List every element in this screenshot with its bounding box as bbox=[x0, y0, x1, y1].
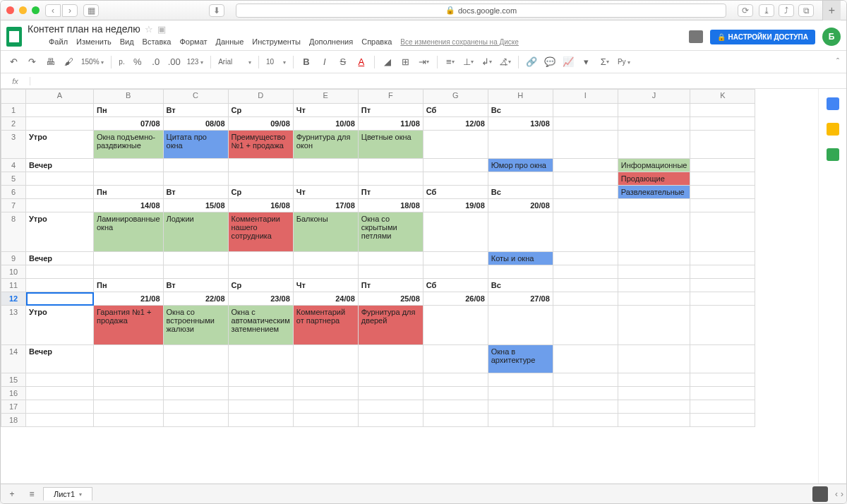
cell[interactable] bbox=[488, 400, 553, 414]
cell[interactable] bbox=[618, 279, 690, 292]
cell[interactable]: Вт bbox=[163, 279, 228, 292]
cell[interactable] bbox=[358, 345, 423, 373]
cell[interactable] bbox=[618, 414, 690, 427]
more-formats-icon[interactable]: 123 ▾ bbox=[187, 58, 203, 66]
cell[interactable] bbox=[553, 306, 618, 345]
sidebar-icon[interactable]: ▦ bbox=[83, 4, 99, 17]
cell[interactable] bbox=[423, 306, 488, 345]
zoom-select[interactable]: 150% ▾ bbox=[81, 58, 104, 66]
cell[interactable] bbox=[553, 279, 618, 292]
cell[interactable] bbox=[690, 212, 755, 252]
menu-item[interactable]: Вид bbox=[120, 37, 134, 46]
cell[interactable]: 12/08 bbox=[423, 117, 488, 131]
scroll-left-icon[interactable]: ‹ bbox=[835, 489, 838, 499]
cell[interactable] bbox=[293, 172, 358, 186]
col-header[interactable]: B bbox=[94, 90, 164, 104]
cell[interactable]: Утро bbox=[26, 131, 94, 159]
cell[interactable]: 13/08 bbox=[488, 117, 553, 131]
cell[interactable] bbox=[553, 373, 618, 387]
cell[interactable] bbox=[423, 345, 488, 373]
row-header[interactable]: 16 bbox=[1, 387, 26, 400]
cell[interactable] bbox=[553, 400, 618, 414]
cell[interactable] bbox=[228, 265, 293, 279]
halign-icon[interactable]: ≡▾ bbox=[445, 56, 456, 68]
cell[interactable] bbox=[26, 279, 94, 292]
cell[interactable]: Окна в архитектуре bbox=[488, 345, 553, 373]
menu-item[interactable]: Формат bbox=[179, 37, 207, 46]
cell[interactable] bbox=[26, 292, 94, 306]
row-header[interactable]: 18 bbox=[1, 414, 26, 427]
cell[interactable] bbox=[618, 306, 690, 345]
paint-format-icon[interactable]: 🖌 bbox=[63, 56, 74, 68]
cell[interactable] bbox=[94, 345, 164, 373]
row-header[interactable]: 4 bbox=[1, 159, 26, 172]
cell[interactable] bbox=[488, 387, 553, 400]
cell[interactable] bbox=[94, 159, 164, 172]
cell[interactable] bbox=[293, 345, 358, 373]
cell[interactable]: Ср bbox=[228, 186, 293, 199]
save-status[interactable]: Все изменения сохранены на Диске bbox=[400, 38, 519, 46]
cell[interactable] bbox=[553, 159, 618, 172]
cell[interactable]: 07/08 bbox=[94, 117, 164, 131]
cell[interactable]: 08/08 bbox=[163, 117, 228, 131]
cell[interactable] bbox=[690, 400, 755, 414]
cell[interactable] bbox=[228, 345, 293, 373]
new-tab-icon[interactable]: + bbox=[822, 1, 841, 20]
cell[interactable] bbox=[293, 387, 358, 400]
add-sheet-icon[interactable]: + bbox=[4, 487, 20, 501]
cell[interactable]: Пн bbox=[94, 186, 164, 199]
tasks-icon[interactable] bbox=[827, 148, 839, 161]
cell[interactable]: Балконы bbox=[293, 212, 358, 252]
cell[interactable] bbox=[26, 387, 94, 400]
cell[interactable] bbox=[228, 400, 293, 414]
decimal-dec-icon[interactable]: .0 bbox=[150, 56, 162, 68]
cell[interactable]: Продающие bbox=[618, 172, 690, 186]
cell[interactable]: Коты и окна bbox=[488, 252, 553, 265]
formula-input[interactable] bbox=[30, 73, 846, 88]
cell[interactable] bbox=[26, 199, 94, 212]
cell[interactable] bbox=[26, 117, 94, 131]
cell[interactable]: Пн bbox=[94, 104, 164, 117]
cell[interactable] bbox=[553, 265, 618, 279]
cell[interactable] bbox=[690, 117, 755, 131]
cell[interactable]: Информационные bbox=[618, 159, 690, 172]
cell[interactable] bbox=[553, 186, 618, 199]
row-header[interactable]: 12 bbox=[1, 292, 26, 306]
cell[interactable]: Комментарий от партнера bbox=[293, 306, 358, 345]
cell[interactable]: Пт bbox=[358, 186, 423, 199]
cell[interactable] bbox=[94, 387, 164, 400]
bold-icon[interactable]: B bbox=[301, 56, 312, 68]
cell[interactable] bbox=[618, 265, 690, 279]
cell[interactable] bbox=[26, 265, 94, 279]
cell[interactable]: 10/08 bbox=[293, 117, 358, 131]
cell[interactable] bbox=[488, 306, 553, 345]
col-header[interactable]: G bbox=[423, 90, 488, 104]
menu-item[interactable]: Изменить bbox=[76, 37, 112, 46]
cell[interactable] bbox=[358, 252, 423, 265]
font-select[interactable]: Arial ▾ bbox=[218, 58, 251, 66]
spreadsheet-grid[interactable]: ABCDEFGHIJK1ПнВтСрЧтПтСбВс207/0808/0809/… bbox=[1, 89, 818, 484]
cell[interactable] bbox=[358, 172, 423, 186]
cell[interactable] bbox=[26, 172, 94, 186]
cell[interactable] bbox=[26, 414, 94, 427]
cell[interactable]: 24/08 bbox=[293, 292, 358, 306]
row-header[interactable]: 9 bbox=[1, 252, 26, 265]
minimize-icon[interactable] bbox=[19, 6, 27, 14]
cell[interactable]: Ср bbox=[228, 104, 293, 117]
row-header[interactable]: 14 bbox=[1, 345, 26, 373]
cell[interactable] bbox=[690, 292, 755, 306]
cell[interactable]: Окна с автоматическим затемнением bbox=[228, 306, 293, 345]
cell[interactable]: 27/08 bbox=[488, 292, 553, 306]
cell[interactable] bbox=[488, 212, 553, 252]
avatar[interactable]: Б bbox=[822, 28, 841, 46]
cell[interactable] bbox=[690, 186, 755, 199]
borders-icon[interactable]: ⊞ bbox=[400, 56, 412, 68]
cell[interactable] bbox=[94, 252, 164, 265]
cell[interactable] bbox=[163, 265, 228, 279]
cell[interactable]: Окна со встроенными жалюзи bbox=[163, 306, 228, 345]
cell[interactable] bbox=[690, 159, 755, 172]
cell[interactable] bbox=[618, 212, 690, 252]
menu-item[interactable]: Данные bbox=[216, 37, 244, 46]
col-header[interactable]: C bbox=[163, 90, 228, 104]
cell[interactable]: Фурнитура для дверей bbox=[358, 306, 423, 345]
